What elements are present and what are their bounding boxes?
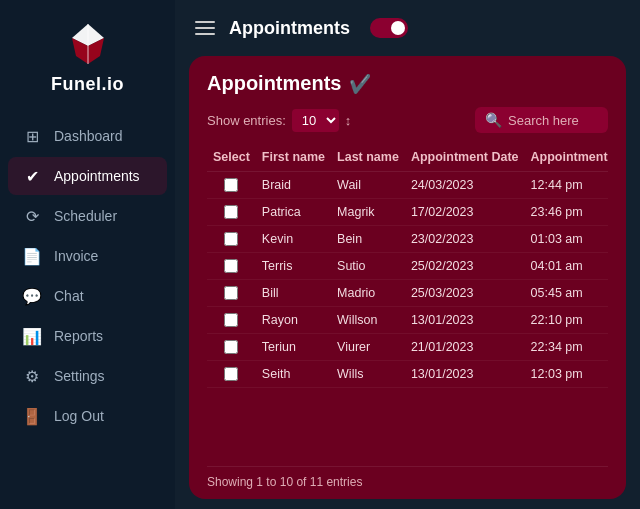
main-content: Appointments Appointments ✔️ Show entrie… <box>175 0 640 509</box>
appointments-icon: ✔ <box>22 166 42 186</box>
cell-select[interactable] <box>207 226 256 253</box>
row-checkbox[interactable] <box>224 259 238 273</box>
cell-first-name: Bill <box>256 280 331 307</box>
table-row: Seith Wills 13/01/2023 12:03 pm Sche... <box>207 361 608 388</box>
appointments-toggle[interactable] <box>370 18 408 38</box>
top-bar: Appointments <box>175 0 640 56</box>
cell-time: 01:03 am <box>525 226 608 253</box>
sidebar-item-chat[interactable]: 💬 Chat <box>8 277 167 315</box>
card-title-icon: ✔️ <box>349 73 371 95</box>
cell-date: 25/03/2023 <box>405 280 525 307</box>
sort-icon[interactable]: ↕ <box>345 113 352 128</box>
table-row: Teriun Viurer 21/01/2023 22:34 pm Sche..… <box>207 334 608 361</box>
row-checkbox[interactable] <box>224 205 238 219</box>
cell-time: 22:34 pm <box>525 334 608 361</box>
cell-first-name: Seith <box>256 361 331 388</box>
sidebar-item-label: Scheduler <box>54 208 117 224</box>
appointments-table: Select First name Last name Appointment … <box>207 143 608 388</box>
dashboard-icon: ⊞ <box>22 126 42 146</box>
cell-last-name: Wail <box>331 172 405 199</box>
logo-icon <box>62 18 114 70</box>
sidebar-item-appointments[interactable]: ✔ Appointments <box>8 157 167 195</box>
cell-last-name: Viurer <box>331 334 405 361</box>
settings-icon: ⚙ <box>22 366 42 386</box>
cell-select[interactable] <box>207 334 256 361</box>
sidebar-item-label: Invoice <box>54 248 98 264</box>
logout-icon: 🚪 <box>22 406 42 426</box>
sidebar-item-scheduler[interactable]: ⟳ Scheduler <box>8 197 167 235</box>
cell-time: 12:03 pm <box>525 361 608 388</box>
table-header-row: Select First name Last name Appointment … <box>207 143 608 172</box>
row-checkbox[interactable] <box>224 340 238 354</box>
search-box: 🔍 <box>475 107 608 133</box>
row-checkbox[interactable] <box>224 178 238 192</box>
cell-first-name: Rayon <box>256 307 331 334</box>
table-body: Braid Wail 24/03/2023 12:44 pm Resch... … <box>207 172 608 388</box>
cell-select[interactable] <box>207 199 256 226</box>
cell-select[interactable] <box>207 280 256 307</box>
table-row: Bill Madrio 25/03/2023 05:45 am Sche... <box>207 280 608 307</box>
cell-select[interactable] <box>207 253 256 280</box>
sidebar-item-reports[interactable]: 📊 Reports <box>8 317 167 355</box>
cell-select[interactable] <box>207 307 256 334</box>
col-first-name: First name <box>256 143 331 172</box>
sidebar-item-label: Log Out <box>54 408 104 424</box>
controls-row: Show entries: 10 25 50 ↕ 🔍 <box>207 107 608 133</box>
cell-first-name: Braid <box>256 172 331 199</box>
sidebar-item-label: Reports <box>54 328 103 344</box>
show-entries-label: Show entries: <box>207 113 286 128</box>
nav-items: ⊞ Dashboard ✔ Appointments ⟳ Scheduler 📄… <box>0 117 175 435</box>
row-checkbox[interactable] <box>224 367 238 381</box>
col-last-name: Last name <box>331 143 405 172</box>
cell-select[interactable] <box>207 172 256 199</box>
cell-first-name: Terris <box>256 253 331 280</box>
sidebar: Funel.io ⊞ Dashboard ✔ Appointments ⟳ Sc… <box>0 0 175 509</box>
reports-icon: 📊 <box>22 326 42 346</box>
cell-first-name: Teriun <box>256 334 331 361</box>
cell-last-name: Bein <box>331 226 405 253</box>
cell-time: 04:01 am <box>525 253 608 280</box>
cell-date: 13/01/2023 <box>405 361 525 388</box>
cell-date: 17/02/2023 <box>405 199 525 226</box>
sidebar-item-label: Appointments <box>54 168 140 184</box>
cell-last-name: Willson <box>331 307 405 334</box>
cell-last-name: Madrio <box>331 280 405 307</box>
table-row: Rayon Willson 13/01/2023 22:10 pm Sche..… <box>207 307 608 334</box>
cell-time: 05:45 am <box>525 280 608 307</box>
table-footer: Showing 1 to 10 of 11 entries <box>207 466 608 489</box>
cell-last-name: Wills <box>331 361 405 388</box>
cell-last-name: Sutio <box>331 253 405 280</box>
row-checkbox[interactable] <box>224 286 238 300</box>
entries-select[interactable]: 10 25 50 <box>292 109 339 132</box>
search-input[interactable] <box>508 113 598 128</box>
logo-area: Funel.io <box>0 18 175 95</box>
col-time: Appointment Time <box>525 143 608 172</box>
sidebar-item-logout[interactable]: 🚪 Log Out <box>8 397 167 435</box>
chat-icon: 💬 <box>22 286 42 306</box>
col-select: Select <box>207 143 256 172</box>
cell-date: 23/02/2023 <box>405 226 525 253</box>
sidebar-item-label: Dashboard <box>54 128 123 144</box>
sidebar-item-settings[interactable]: ⚙ Settings <box>8 357 167 395</box>
page-title: Appointments <box>229 18 350 39</box>
showing-entries-text: Showing 1 to 10 of 11 entries <box>207 475 362 489</box>
cell-first-name: Patrica <box>256 199 331 226</box>
cell-time: 23:46 pm <box>525 199 608 226</box>
hamburger-button[interactable] <box>195 21 215 35</box>
col-date: Appointment Date <box>405 143 525 172</box>
row-checkbox[interactable] <box>224 313 238 327</box>
appointments-table-wrapper: Select First name Last name Appointment … <box>207 143 608 462</box>
cell-first-name: Kevin <box>256 226 331 253</box>
table-row: Patrica Magrik 17/02/2023 23:46 pm Sche.… <box>207 199 608 226</box>
table-row: Kevin Bein 23/02/2023 01:03 am Sche... <box>207 226 608 253</box>
cell-select[interactable] <box>207 361 256 388</box>
sidebar-item-dashboard[interactable]: ⊞ Dashboard <box>8 117 167 155</box>
logo-text: Funel.io <box>51 74 124 95</box>
sidebar-item-invoice[interactable]: 📄 Invoice <box>8 237 167 275</box>
cell-date: 13/01/2023 <box>405 307 525 334</box>
appointments-card: Appointments ✔️ Show entries: 10 25 50 ↕… <box>189 56 626 499</box>
table-row: Terris Sutio 25/02/2023 04:01 am Sche... <box>207 253 608 280</box>
row-checkbox[interactable] <box>224 232 238 246</box>
show-entries-control: Show entries: 10 25 50 ↕ <box>207 109 351 132</box>
card-title: Appointments <box>207 72 341 95</box>
